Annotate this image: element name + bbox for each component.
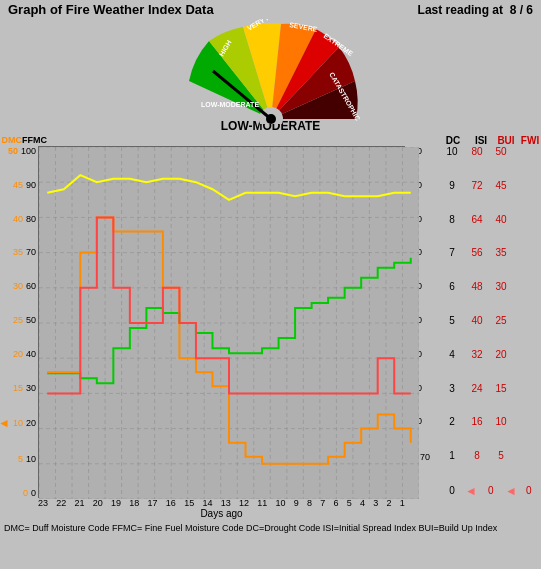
dmc-15: 15 (13, 383, 23, 393)
rn-row-3: 7 56 35 (441, 247, 541, 258)
y-axis-left: 50 100 45 90 40 80 35 70 30 60 25 50 (0, 146, 38, 498)
dmc-header: DMC (0, 136, 22, 146)
isi-10: 10 (441, 146, 463, 157)
bui-24: 24 (465, 383, 489, 394)
rn-row-2: 8 64 40 (441, 214, 541, 225)
x-5: 5 (347, 498, 352, 508)
fwi-0: 0 (519, 485, 539, 496)
dmc-50: 50 (8, 146, 18, 156)
bui-56: 56 (465, 247, 489, 258)
axis-header-row: DMC FFMC DC ISI BUI FWI (0, 135, 541, 146)
ffmc-20: 20 (26, 418, 36, 428)
x-1: 1 (400, 498, 405, 508)
ffmc-header: FFMC (22, 136, 38, 146)
isi-4: 4 (441, 349, 463, 360)
x-9: 9 (294, 498, 299, 508)
right-data-panel: 10 80 50 9 72 45 8 64 40 7 56 35 6 48 (441, 146, 541, 498)
ffmc-100: 100 (21, 146, 36, 156)
header: Graph of Fire Weather Index Data Last re… (0, 0, 541, 19)
isi-2: 2 (441, 416, 463, 427)
fwi-20: 20 (491, 349, 511, 360)
fwi-25: 25 (491, 315, 511, 326)
x-4: 4 (360, 498, 365, 508)
x-23: 23 (38, 498, 48, 508)
ffmc-40: 40 (26, 349, 36, 359)
bui-8: 8 (465, 450, 489, 461)
isi-1: 1 (441, 450, 463, 461)
bui-header: BUI (493, 135, 519, 146)
bui-48: 48 (465, 281, 489, 292)
fwi-30: 30 (491, 281, 511, 292)
ffmc-70: 70 (26, 247, 36, 257)
x-13: 13 (221, 498, 231, 508)
fwi-header: FWI (519, 135, 541, 146)
x-15: 15 (184, 498, 194, 508)
x-20: 20 (93, 498, 103, 508)
x-11: 11 (257, 498, 267, 508)
isi-3: 3 (441, 383, 463, 394)
dmc-arrow: ◄ (0, 416, 10, 430)
x-7: 7 (320, 498, 325, 508)
chart-area: 50 100 45 90 40 80 35 70 30 60 25 50 (0, 146, 541, 498)
bui-16: 16 (465, 416, 489, 427)
bui-32: 32 (465, 349, 489, 360)
x-3: 3 (373, 498, 378, 508)
rn-row-0: 10 80 50 (441, 146, 541, 157)
bui-64: 64 (465, 214, 489, 225)
fwi-45: 45 (491, 180, 511, 191)
x-17: 17 (148, 498, 158, 508)
dc-header: DC (437, 135, 469, 146)
x-8: 8 (307, 498, 312, 508)
dmc-45: 45 (13, 180, 23, 190)
fwi-15: 15 (491, 383, 511, 394)
isi-6: 6 (441, 281, 463, 292)
ffmc-60: 60 (26, 281, 36, 291)
bui-80: 80 (465, 146, 489, 157)
x-22: 22 (56, 498, 66, 508)
rn-row-7: 3 24 15 (441, 383, 541, 394)
rn-row-8: 2 16 10 (441, 416, 541, 427)
fwi-35: 35 (491, 247, 511, 258)
rn-row-10: 0 ◄ 0 ◄ 0 (441, 484, 541, 498)
dmc-30: 30 (13, 281, 23, 291)
isi-header: ISI (469, 135, 493, 146)
x-16: 16 (166, 498, 176, 508)
fwi-40: 40 (491, 214, 511, 225)
chart-plot (38, 146, 405, 498)
dmc-35: 35 (13, 247, 23, 257)
dc-70: 70 (420, 452, 430, 462)
bui-72: 72 (465, 180, 489, 191)
ffmc-10: 10 (26, 454, 36, 464)
x-21: 21 (75, 498, 85, 508)
isi-8: 8 (441, 214, 463, 225)
isi-0: 0 (441, 485, 463, 496)
dmc-5: 5 (18, 454, 23, 464)
x-axis-labels: 23 22 21 20 19 18 17 16 15 14 13 12 11 1… (38, 498, 405, 508)
fwi-50: 50 (491, 146, 511, 157)
chart-canvas (39, 147, 419, 499)
main-container: Graph of Fire Weather Index Data Last re… (0, 0, 541, 569)
svg-point-2 (266, 114, 276, 124)
isi-9: 9 (441, 180, 463, 191)
ffmc-30: 30 (26, 383, 36, 393)
gauge-section: LOW-MODERATE HIGH VERY HIGH SEVERE EXTRE… (0, 19, 541, 119)
bui-40: 40 (465, 315, 489, 326)
x-14: 14 (202, 498, 212, 508)
isi-5: 5 (441, 315, 463, 326)
fwi-arrow-bottom: ◄ (465, 484, 477, 498)
rn-row-4: 6 48 30 (441, 281, 541, 292)
dmc-40: 40 (13, 214, 23, 224)
rn-row-6: 4 32 20 (441, 349, 541, 360)
rn-row-9: 1 8 5 (441, 450, 541, 461)
ffmc-80: 80 (26, 214, 36, 224)
fwi-10: 10 (491, 416, 511, 427)
x-18: 18 (129, 498, 139, 508)
x-12: 12 (239, 498, 249, 508)
dmc-25: 25 (13, 315, 23, 325)
dmc-0: 0 (23, 488, 28, 498)
chart-title: Graph of Fire Weather Index Data (8, 2, 214, 17)
svg-text:LOW-MODERATE: LOW-MODERATE (201, 101, 259, 108)
bui-0: 0 (479, 485, 503, 496)
gauge: LOW-MODERATE HIGH VERY HIGH SEVERE EXTRE… (171, 19, 371, 119)
ffmc-50: 50 (26, 315, 36, 325)
